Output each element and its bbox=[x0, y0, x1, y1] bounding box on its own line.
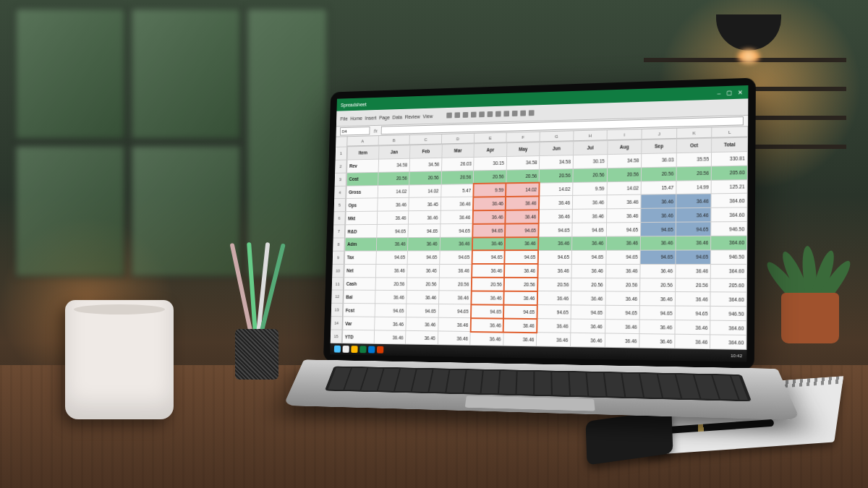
cell[interactable]: 946.50 bbox=[711, 250, 747, 265]
bold-icon[interactable] bbox=[471, 112, 477, 118]
cell[interactable]: Tax bbox=[344, 251, 376, 264]
ribbon-tab[interactable]: Data bbox=[392, 114, 402, 119]
cell[interactable]: 20.56 bbox=[640, 278, 676, 292]
column-header[interactable]: A bbox=[347, 136, 378, 146]
cell[interactable]: 946.50 bbox=[710, 307, 746, 321]
cell[interactable]: Ops bbox=[346, 198, 378, 212]
cell[interactable]: 94.65 bbox=[376, 251, 408, 264]
cell[interactable]: 36.46 bbox=[676, 236, 711, 250]
ribbon-tab[interactable]: Insert bbox=[365, 115, 377, 120]
cell[interactable]: 36.46 bbox=[606, 209, 641, 223]
cell[interactable]: 36.46 bbox=[539, 210, 573, 223]
cell[interactable]: 36.46 bbox=[503, 318, 537, 332]
cell[interactable]: 36.46 bbox=[471, 291, 504, 304]
cell[interactable]: 36.46 bbox=[606, 236, 641, 250]
cell[interactable]: 20.56 bbox=[573, 168, 607, 182]
cell[interactable]: 20.56 bbox=[675, 278, 710, 293]
cell[interactable]: 30.15 bbox=[474, 156, 507, 170]
cell[interactable]: 36.46 bbox=[605, 291, 640, 306]
table-header-cell[interactable]: Jul bbox=[574, 141, 608, 155]
cell[interactable]: 94.65 bbox=[538, 223, 572, 236]
cell[interactable]: 36.46 bbox=[571, 291, 605, 305]
cell[interactable]: 330.81 bbox=[712, 151, 748, 166]
cell[interactable]: 5.47 bbox=[441, 184, 473, 197]
cell[interactable]: 94.65 bbox=[376, 224, 408, 238]
name-box[interactable]: D4 bbox=[340, 127, 370, 135]
cell[interactable]: 94.65 bbox=[438, 304, 471, 318]
start-button[interactable] bbox=[334, 346, 341, 353]
cell[interactable]: Rev bbox=[347, 159, 378, 173]
cell[interactable]: 20.56 bbox=[375, 277, 407, 291]
row-header[interactable]: 13 bbox=[331, 304, 344, 317]
cell[interactable]: 15.47 bbox=[641, 181, 676, 195]
column-header[interactable]: H bbox=[574, 130, 608, 141]
cell[interactable]: 36.46 bbox=[408, 237, 441, 251]
cell[interactable]: 36.46 bbox=[538, 236, 572, 250]
cell[interactable]: 94.65 bbox=[676, 222, 711, 236]
cell[interactable]: 36.46 bbox=[470, 318, 503, 332]
table-header-cell[interactable]: Apr bbox=[474, 143, 507, 157]
cell[interactable]: R&D bbox=[345, 225, 377, 238]
row-header[interactable]: 5 bbox=[334, 199, 346, 212]
cell[interactable]: 94.65 bbox=[440, 224, 472, 238]
cell[interactable]: 14.02 bbox=[607, 181, 642, 196]
cell[interactable]: 36.46 bbox=[641, 208, 676, 223]
cell[interactable]: 36.46 bbox=[571, 264, 605, 278]
fill-icon[interactable] bbox=[487, 111, 493, 117]
cell[interactable]: 94.65 bbox=[407, 304, 439, 317]
cell[interactable]: 20.56 bbox=[605, 278, 640, 291]
cell[interactable]: 20.56 bbox=[504, 278, 537, 291]
row-header[interactable]: 6 bbox=[333, 212, 346, 225]
cell[interactable]: 364.60 bbox=[711, 207, 747, 222]
column-header[interactable]: K bbox=[677, 127, 712, 138]
cell[interactable]: 94.65 bbox=[639, 306, 675, 320]
cell[interactable]: 94.65 bbox=[505, 223, 538, 237]
minimize-button[interactable]: – bbox=[715, 89, 723, 96]
row-header[interactable]: 11 bbox=[332, 278, 344, 291]
redo-icon[interactable] bbox=[462, 112, 468, 118]
maximize-button[interactable]: ▢ bbox=[726, 89, 733, 96]
table-header-cell[interactable]: Feb bbox=[410, 145, 442, 158]
cell[interactable]: 14.02 bbox=[539, 182, 573, 196]
cell[interactable]: 36.46 bbox=[374, 317, 406, 330]
cell[interactable]: 36.46 bbox=[406, 317, 438, 331]
cell[interactable]: 36.46 bbox=[377, 198, 409, 212]
row-header[interactable]: 8 bbox=[333, 238, 345, 251]
ribbon-tab[interactable]: File bbox=[340, 116, 347, 121]
cell[interactable]: 36.46 bbox=[376, 238, 408, 251]
cell[interactable]: 36.46 bbox=[605, 333, 639, 348]
cell[interactable]: 14.02 bbox=[378, 184, 409, 198]
cell[interactable]: 36.46 bbox=[675, 320, 710, 335]
cell[interactable]: 364.60 bbox=[711, 236, 747, 250]
cell[interactable]: Fcst bbox=[343, 304, 375, 317]
cell[interactable]: 36.46 bbox=[406, 330, 438, 344]
taskbar-app-icon[interactable] bbox=[368, 346, 375, 354]
cell[interactable]: Cost bbox=[346, 172, 378, 186]
border-icon[interactable] bbox=[495, 111, 501, 117]
cell[interactable]: 36.46 bbox=[441, 210, 473, 224]
cell[interactable]: 36.46 bbox=[605, 320, 639, 334]
row-header[interactable]: 15 bbox=[331, 330, 343, 343]
cell[interactable]: Gross bbox=[346, 185, 378, 199]
table-header-cell[interactable]: Mar bbox=[442, 144, 475, 158]
cell[interactable]: 94.65 bbox=[571, 305, 605, 320]
cell[interactable]: 36.46 bbox=[504, 264, 537, 278]
cell[interactable]: 36.46 bbox=[472, 210, 506, 224]
cell[interactable]: 36.46 bbox=[473, 197, 506, 210]
cell[interactable]: 36.46 bbox=[472, 264, 505, 278]
cell[interactable]: 94.65 bbox=[675, 306, 710, 320]
cell[interactable]: 36.46 bbox=[409, 211, 441, 225]
cell[interactable]: 36.46 bbox=[504, 291, 537, 305]
cell[interactable]: 20.56 bbox=[378, 171, 409, 185]
cell[interactable]: 94.65 bbox=[572, 223, 606, 236]
align-icon[interactable] bbox=[503, 111, 509, 116]
cell[interactable]: 36.46 bbox=[377, 211, 409, 225]
cell[interactable]: 94.65 bbox=[676, 250, 711, 264]
cell[interactable]: 36.46 bbox=[639, 320, 675, 334]
cell[interactable]: 36.46 bbox=[539, 196, 573, 210]
cell[interactable]: 36.46 bbox=[438, 331, 470, 345]
cell[interactable]: 36.46 bbox=[641, 194, 676, 209]
cell[interactable]: 36.46 bbox=[439, 264, 472, 278]
cell[interactable]: 20.56 bbox=[540, 168, 574, 183]
cell[interactable]: 36.46 bbox=[537, 291, 571, 305]
